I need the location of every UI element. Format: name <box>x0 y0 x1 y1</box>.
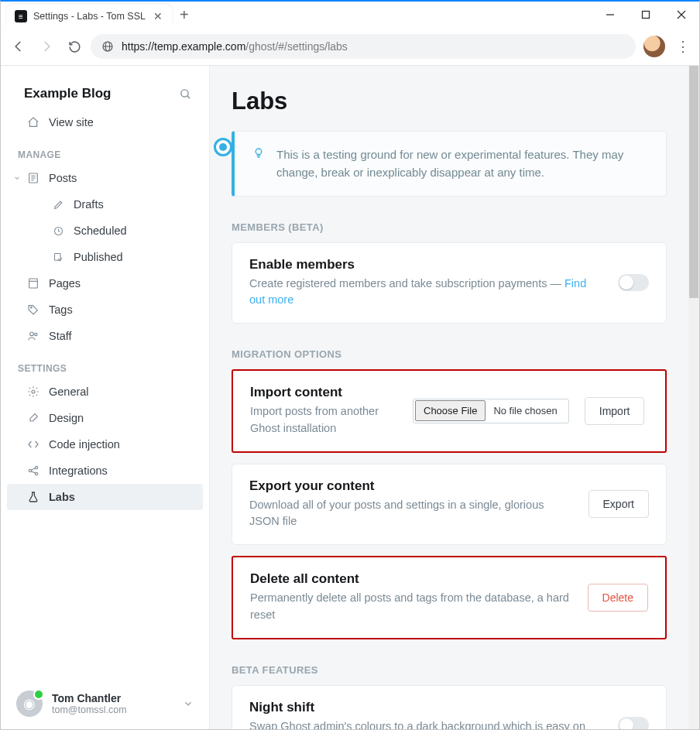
sidebar-user[interactable]: ◉ Tom Chantler tom@tomssl.com <box>1 678 209 729</box>
sidebar-item-tags[interactable]: Tags <box>1 296 209 323</box>
import-card: Import content Import posts from another… <box>232 369 667 453</box>
window-minimize-icon[interactable] <box>592 2 628 28</box>
browser-titlebar: ≡ Settings - Labs - Tom SSL ✕ + <box>1 2 699 28</box>
sidebar-item-label: Integrations <box>49 464 108 477</box>
tab-title: Settings - Labs - Tom SSL <box>33 11 146 22</box>
scrollbar-thumb[interactable] <box>689 66 698 298</box>
user-avatar-icon: ◉ <box>16 691 43 717</box>
section-members-label: Members (beta) <box>232 221 667 233</box>
user-email: tom@tomssl.com <box>52 704 127 715</box>
code-icon <box>27 438 39 451</box>
published-icon <box>52 251 64 263</box>
content: Labs This is a testing ground for new or… <box>209 66 699 729</box>
flask-icon <box>27 491 39 503</box>
import-button[interactable]: Import <box>585 397 645 425</box>
window-controls <box>592 2 699 28</box>
app: Example Blog View site Manage Posts <box>1 66 699 729</box>
sidebar-item-label: Pages <box>49 277 81 290</box>
sidebar-item-label: View site <box>49 116 94 129</box>
nav-forward-icon <box>35 35 58 58</box>
blog-title[interactable]: Example Blog <box>24 86 111 101</box>
sidebar-item-published[interactable]: Published <box>1 244 209 270</box>
search-icon[interactable] <box>179 87 192 101</box>
delete-title: Delete all content <box>250 571 572 587</box>
notice-text: This is a testing ground for new or expe… <box>276 146 649 182</box>
sidebar-item-pages[interactable]: Pages <box>1 270 209 296</box>
export-button[interactable]: Export <box>588 490 649 518</box>
clock-icon <box>52 224 64 237</box>
section-migration-label: Migration options <box>232 348 667 360</box>
sidebar-item-labs[interactable]: Labs <box>7 484 203 510</box>
sidebar-item-view-site[interactable]: View site <box>1 109 209 135</box>
import-file-input[interactable]: Choose File No file chosen <box>413 399 569 423</box>
delete-desc: Permanently delete all posts and tags fr… <box>250 590 572 624</box>
sidebar-item-design[interactable]: Design <box>1 405 209 431</box>
user-menu-chevron-icon[interactable] <box>183 698 194 709</box>
scrollbar[interactable] <box>688 66 699 729</box>
page-title: Labs <box>232 87 667 115</box>
export-desc: Download all of your posts and settings … <box>249 497 573 531</box>
sidebar-item-label: General <box>49 386 89 398</box>
delete-button[interactable]: Delete <box>588 584 648 612</box>
night-desc: Swap Ghost admin's colours to a dark bac… <box>249 718 602 730</box>
sidebar-item-label: Code injection <box>49 438 120 451</box>
sidebar-item-label: Published <box>74 251 123 263</box>
sidebar-item-code-injection[interactable]: Code injection <box>1 431 209 458</box>
sidebar-group-manage: Manage <box>1 135 209 165</box>
section-beta-label: Beta features <box>232 664 667 676</box>
user-name: Tom Chantler <box>52 692 127 704</box>
new-tab-button[interactable]: + <box>172 2 197 28</box>
sidebar-item-label: Labs <box>49 491 75 503</box>
sidebar-item-label: Scheduled <box>74 224 127 237</box>
import-desc: Import posts from another Ghost installa… <box>250 403 397 437</box>
pencil-icon <box>52 198 64 211</box>
pages-icon <box>27 277 39 290</box>
sidebar-item-label: Drafts <box>74 198 104 211</box>
sidebar-item-scheduled[interactable]: Scheduled <box>1 218 209 244</box>
svg-line-8 <box>187 95 190 98</box>
night-shift-toggle[interactable] <box>618 717 649 729</box>
sidebar-item-staff[interactable]: Staff <box>1 323 209 349</box>
export-title: Export your content <box>249 478 573 494</box>
svg-line-24 <box>31 468 35 471</box>
onboarding-marker-icon[interactable] <box>214 138 232 156</box>
sidebar-item-label: Posts <box>49 172 77 184</box>
sidebar-item-label: Design <box>49 412 84 424</box>
profile-avatar[interactable] <box>643 36 665 57</box>
sidebar-item-label: Staff <box>49 330 72 342</box>
nav-back-icon[interactable] <box>7 35 30 58</box>
svg-rect-15 <box>29 279 38 288</box>
staff-icon <box>27 330 39 342</box>
gear-icon <box>27 386 39 398</box>
site-info-icon[interactable] <box>101 40 114 53</box>
svg-rect-14 <box>54 253 60 260</box>
browser-menu-icon[interactable]: ⋮ <box>673 38 693 55</box>
sidebar-item-integrations[interactable]: Integrations <box>1 458 209 484</box>
sidebar-group-settings: Settings <box>1 349 209 379</box>
sidebar-item-general[interactable]: General <box>1 379 209 405</box>
choose-file-button[interactable]: Choose File <box>415 400 486 421</box>
members-card: Enable members Create registered members… <box>232 242 667 324</box>
browser-toolbar: https://temp.example.com/ghost/#/setting… <box>1 28 699 66</box>
sidebar-item-posts[interactable]: Posts <box>1 165 209 191</box>
svg-point-20 <box>32 390 35 393</box>
nav-reload-icon[interactable] <box>63 35 86 58</box>
members-toggle[interactable] <box>618 274 649 291</box>
export-card: Export your content Download all of your… <box>232 464 667 546</box>
address-url: https://temp.example.com/ghost/#/setting… <box>122 40 348 53</box>
window-close-icon[interactable] <box>664 2 699 28</box>
tab-close-icon[interactable]: ✕ <box>152 10 164 22</box>
members-title: Enable members <box>249 257 602 272</box>
window-maximize-icon[interactable] <box>628 2 664 28</box>
sidebar: Example Blog View site Manage Posts <box>1 66 209 729</box>
address-bar[interactable]: https://temp.example.com/ghost/#/setting… <box>91 34 636 59</box>
svg-rect-1 <box>643 12 650 19</box>
brush-icon <box>27 412 39 424</box>
svg-point-19 <box>35 333 37 335</box>
sidebar-item-drafts[interactable]: Drafts <box>1 191 209 218</box>
browser-tab[interactable]: ≡ Settings - Labs - Tom SSL ✕ <box>7 5 172 28</box>
night-title: Night shift <box>249 700 602 715</box>
browser-chrome: ≡ Settings - Labs - Tom SSL ✕ + <box>1 2 699 66</box>
svg-point-17 <box>30 307 32 308</box>
import-title: Import content <box>250 385 397 400</box>
